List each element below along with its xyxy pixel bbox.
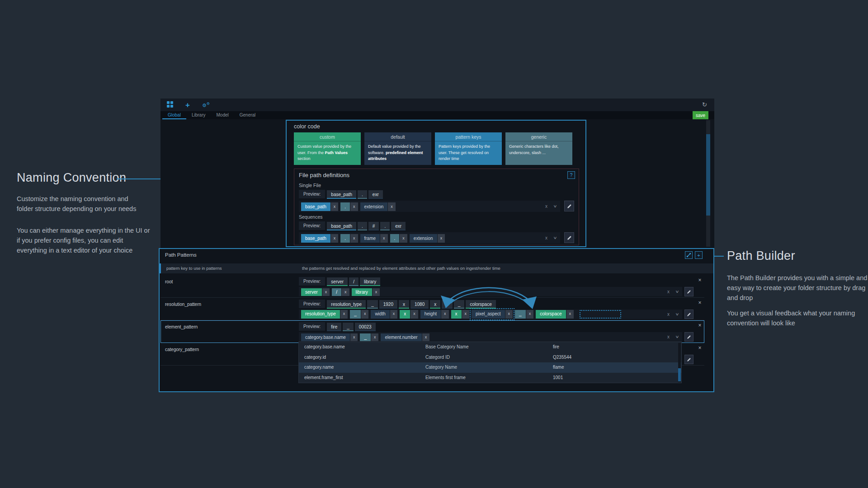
expand-button[interactable] [685,251,693,259]
chip-element.number[interactable]: element.numberx [381,333,429,341]
chip-remove-icon[interactable]: x [350,333,358,341]
chip-.[interactable]: .x [340,202,358,211]
delete-category-icon[interactable]: × [697,345,703,351]
chip-remove-icon[interactable]: x [441,310,449,319]
clear-icon[interactable]: x [667,334,670,339]
tab-model[interactable]: Model [211,111,234,119]
chip-extension[interactable]: extensionx [360,202,396,211]
chip-remove-icon[interactable]: x [462,310,470,319]
clear-icon[interactable]: x [545,204,547,209]
chip-remove-icon[interactable]: x [380,234,388,243]
pattern-key-column-header: pattern key to use in patterns [166,266,222,271]
chip-remove-icon[interactable]: x [373,288,380,296]
chip-remove-icon[interactable]: x [331,202,339,211]
dropdown-scrollbar-thumb[interactable] [678,368,681,381]
resolution-editor[interactable]: resolution_typex_xwidthxxxheightxxxpixel… [299,310,682,319]
clear-icon[interactable]: x [667,312,670,317]
window-scrollbar[interactable] [706,120,710,247]
chip-server[interactable]: serverx [301,288,330,296]
delete-resolution-icon[interactable]: × [697,300,703,306]
edit-element-button[interactable] [684,332,693,342]
element-editor[interactable]: category.base.namex_xelement.numberx x ∨ [299,332,682,342]
edit-root-button[interactable] [684,287,693,296]
chip-/[interactable]: /x [332,288,349,296]
chip-x[interactable]: xx [400,310,418,319]
chevron-down-icon[interactable]: ∨ [675,335,679,339]
chip-remove-icon[interactable]: x [390,310,398,319]
plus-icon[interactable]: + [185,101,190,109]
tab-library[interactable]: Library [186,111,211,119]
dropdown-item-highlighted[interactable]: category.name Category Name flame [299,362,681,373]
help-button[interactable]: ? [567,171,575,179]
chip-remove-icon[interactable]: x [410,310,418,319]
drop-zone[interactable] [580,310,621,319]
single-file-editor[interactable]: base_pathx.xextensionx x ∨ [299,201,560,212]
chip-pixel_aspect[interactable]: pixel_aspectx [472,310,513,319]
chip-.[interactable]: .x [340,234,358,243]
chip-remove-icon[interactable]: x [388,202,396,211]
chevron-down-icon[interactable]: ∨ [675,290,679,294]
color-code-legend: custom Custom value provided by the user… [294,132,572,165]
chip-remove-icon[interactable]: x [526,310,534,319]
chip-remove-icon[interactable]: x [322,288,330,296]
scrollbar-thumb[interactable] [706,134,710,216]
chip-width[interactable]: widthx [371,310,397,319]
chip-remove-icon[interactable]: x [400,234,407,243]
chip-remove-icon[interactable]: x [361,310,369,319]
dropdown-item[interactable]: category.base.name Base Category Name fi… [299,342,681,352]
chip-label: x [451,310,462,319]
chip-remove-icon[interactable]: x [505,310,513,319]
root-editor[interactable]: serverx/xlibraryx x ∨ [299,287,682,296]
clear-icon[interactable]: x [667,289,670,294]
chip-extension[interactable]: extensionx [410,234,445,243]
chip-base_path[interactable]: base_pathx [301,234,338,243]
edit-resolution-button[interactable] [684,310,693,319]
delete-element-icon[interactable]: × [697,322,703,328]
chevron-down-icon[interactable]: ∨ [553,236,557,240]
refresh-icon[interactable]: ↻ [702,101,707,108]
tab-global[interactable]: Global [162,111,186,119]
chip-library[interactable]: libraryx [352,288,380,296]
chip-colorspace[interactable]: colorspacex [536,310,574,319]
chip-resolution_type[interactable]: resolution_typex [301,310,348,319]
chip-remove-icon[interactable]: x [438,234,445,243]
clear-icon[interactable]: x [545,235,547,240]
preview-label: Preview: [299,190,325,198]
file-path-definitions-panel: File path definitions ? Single File Prev… [294,169,579,245]
dropdown-item-label: Category Name [425,365,457,370]
chip-_[interactable]: _x [360,333,378,341]
chip-remove-icon[interactable]: x [342,288,349,296]
chip-_[interactable]: _x [350,310,368,319]
tab-general[interactable]: General [234,111,261,119]
chip-label: extension [360,202,388,211]
chevron-down-icon[interactable]: ∨ [675,312,679,316]
chip-frame[interactable]: framex [360,234,388,243]
chip-remove-icon[interactable]: x [340,310,348,319]
dropdown-item[interactable]: element.frame_first Elements first frame… [299,373,681,383]
chip-remove-icon[interactable]: x [566,310,574,319]
edit-sequences-button[interactable] [564,232,574,243]
add-pattern-button[interactable]: + [695,251,703,259]
chip-base_path[interactable]: base_pathx [301,202,338,211]
delete-root-icon[interactable]: × [697,277,703,283]
chip-remove-icon[interactable]: x [422,333,430,341]
edit-category-button[interactable] [684,355,693,364]
chip-remove-icon[interactable]: x [350,202,358,211]
chevron-down-icon[interactable]: ∨ [553,204,557,208]
sequences-editor[interactable]: base_pathx.xframex.xextensionx x ∨ [299,232,560,244]
chip-height[interactable]: heightx [420,310,449,319]
save-button[interactable]: save [693,111,708,119]
grid-icon[interactable] [167,101,173,108]
chip-remove-icon[interactable]: x [350,234,358,243]
gears-icon[interactable]: ⚙⚙ [202,102,210,108]
dropdown-scrollbar[interactable] [678,343,681,382]
chip-.[interactable]: .x [390,234,407,243]
chip-x[interactable]: xx [451,310,470,319]
chip-remove-icon[interactable]: x [331,234,339,243]
chip-label: width [371,310,389,319]
edit-single-file-button[interactable] [564,201,574,211]
chip-remove-icon[interactable]: x [371,333,379,341]
chip-_[interactable]: _x [515,310,533,319]
dropdown-item[interactable]: category.id Categord ID Q235544 [299,352,681,363]
chip-category.base.name[interactable]: category.base.namex [301,333,358,341]
